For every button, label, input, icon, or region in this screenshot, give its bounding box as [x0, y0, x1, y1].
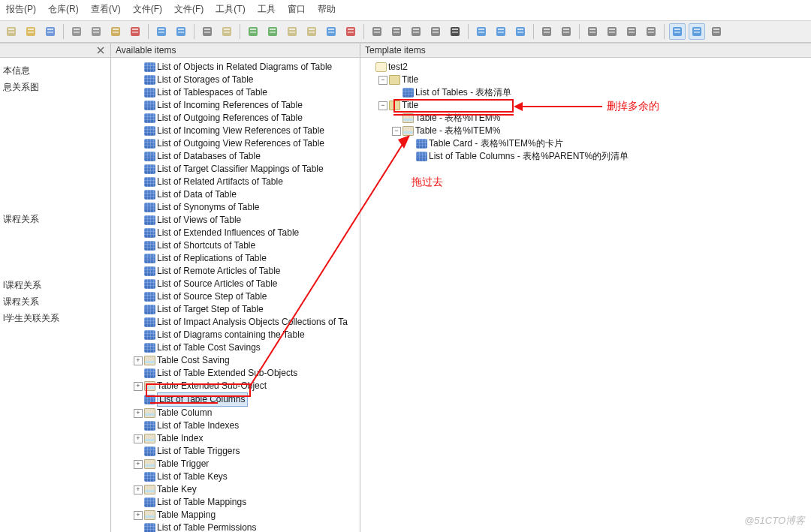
sidebar-item[interactable]: l课程关系	[3, 277, 109, 293]
tree-item[interactable]: List of Source Articles of Table	[134, 278, 358, 290]
menu-item[interactable]: 报告(P)	[5, 2, 38, 17]
panel-list-button[interactable]	[708, 23, 725, 40]
refresh-button[interactable]	[264, 23, 281, 40]
wrap-2-button[interactable]	[604, 23, 620, 40]
tree-collapse-button[interactable]	[558, 23, 574, 40]
arrow-right-button[interactable]	[493, 23, 509, 40]
tree-item[interactable]: List of Table Mappings	[134, 496, 358, 509]
wrap-4-button[interactable]	[643, 23, 659, 40]
expand-icon[interactable]: +	[134, 511, 143, 520]
layout-button[interactable]	[408, 23, 424, 40]
wrap-3-button[interactable]	[623, 23, 640, 40]
collapse-icon[interactable]: −	[392, 127, 401, 136]
tree-item[interactable]: List of Table Columns - 表格%PARENT%的列清单	[365, 150, 809, 163]
export-button[interactable]	[323, 23, 339, 40]
arrow-left-button[interactable]	[473, 23, 490, 40]
menu-item[interactable]: 工具	[256, 2, 277, 17]
tree-item[interactable]: List of Table Columns	[134, 392, 358, 407]
tree-item[interactable]: List of Views of Table	[134, 214, 358, 227]
refresh-blue-button[interactable]	[512, 23, 529, 40]
tree-item[interactable]: List of Outgoing View References of Tabl…	[134, 137, 358, 150]
print-button[interactable]	[388, 23, 405, 40]
tree-item[interactable]: List of Storages of Table	[134, 74, 358, 86]
menu-item[interactable]: 文件(F)	[131, 2, 164, 17]
tree-item[interactable]: List of Diagrams containing the Table	[134, 329, 358, 341]
collapse-icon[interactable]: −	[378, 76, 387, 85]
tree-item[interactable]: List of Incoming View References of Tabl…	[134, 125, 358, 137]
export-pdf-button[interactable]	[342, 23, 359, 40]
tree-item[interactable]: List of Table Extended Sub-Objects	[134, 367, 358, 380]
expand-icon[interactable]: +	[134, 356, 143, 365]
cut-button[interactable]	[68, 23, 85, 40]
collapse-icon[interactable]: −	[378, 101, 387, 110]
tree-item[interactable]: List of Remote Articles of Table	[134, 265, 358, 278]
tree-item[interactable]: List of Tables - 表格清单	[365, 86, 809, 99]
tree-item[interactable]: List of Databases of Table	[134, 150, 358, 163]
file-open-button[interactable]	[303, 23, 320, 40]
sidebar-item[interactable]: 课程关系	[3, 293, 109, 310]
sidebar-item[interactable]: l学生关联关系	[3, 310, 109, 326]
tree-item[interactable]: List of Table Keys	[134, 470, 358, 483]
tree-item[interactable]: +Table Trigger	[134, 458, 358, 470]
tree-item[interactable]: List of Replications of Table	[134, 252, 358, 265]
open-button[interactable]	[23, 23, 39, 40]
panel-b-button[interactable]	[689, 23, 705, 40]
tree-item[interactable]: List of Outgoing References of Table	[134, 112, 358, 125]
delete-button[interactable]	[127, 23, 143, 40]
new-button[interactable]	[3, 23, 20, 40]
panel-a-button[interactable]	[669, 23, 686, 40]
book-button[interactable]	[219, 23, 235, 40]
zoom-fit-button[interactable]	[199, 23, 216, 40]
tree-item[interactable]: List of Source Step of Table	[134, 290, 358, 303]
template-items-body[interactable]: test2−TitleList of Tables - 表格清单−TitleTa…	[360, 58, 811, 532]
redo-button[interactable]	[173, 23, 189, 40]
tree-item[interactable]: List of Synonyms of Table	[134, 201, 358, 214]
folder-tree-button[interactable]	[245, 23, 261, 40]
expand-icon[interactable]: +	[134, 485, 143, 494]
expand-icon[interactable]: +	[134, 434, 143, 443]
tree-item[interactable]: List of Table Triggers	[134, 445, 358, 458]
tree-item[interactable]: +Table Key	[134, 483, 358, 496]
expand-icon[interactable]: +	[134, 409, 143, 418]
available-items-body[interactable]: List of Objects in Related Diagrams of T…	[111, 58, 360, 532]
undo-button[interactable]	[153, 23, 170, 40]
paste-button[interactable]	[107, 23, 124, 40]
expand-icon[interactable]: +	[134, 382, 143, 391]
menu-item[interactable]: 查看(V)	[89, 2, 122, 17]
tree-item[interactable]: List of Related Artifacts of Table	[134, 176, 358, 188]
sidebar-item[interactable]: 息关系图	[3, 79, 109, 95]
menu-item[interactable]: 工具(T)	[214, 2, 246, 17]
copy-button[interactable]	[88, 23, 104, 40]
tree-item[interactable]: List of Incoming References of Table	[134, 99, 358, 112]
tree-item[interactable]: List of Shortcuts of Table	[134, 239, 358, 252]
tree-item[interactable]: List of Objects in Related Diagrams of T…	[134, 61, 358, 74]
tree-item[interactable]: List of Table Indexes	[134, 419, 358, 432]
find-button[interactable]	[369, 23, 385, 40]
menu-item[interactable]: 文件(F)	[173, 2, 205, 17]
tree-item[interactable]: List of Target Classifier Mappings of Ta…	[134, 163, 358, 176]
tree-item[interactable]: test2	[365, 61, 809, 74]
file-new-button[interactable]	[284, 23, 300, 40]
tree-item[interactable]: −Title	[365, 99, 809, 112]
tree-item[interactable]: List of Extended Influences of Table	[134, 227, 358, 239]
tree-item[interactable]: List of Table Permissions	[134, 521, 358, 532]
tree-item[interactable]: List of Impact Analysis Objects Collecti…	[134, 316, 358, 329]
tree-item[interactable]: −Title	[365, 74, 809, 86]
tree-item[interactable]: List of Target Step of Table	[134, 303, 358, 316]
menu-item[interactable]: 窗口	[286, 2, 307, 17]
tree-expand-button[interactable]	[538, 23, 555, 40]
text-button[interactable]	[447, 23, 463, 40]
tree-item[interactable]: +Table Cost Saving	[134, 354, 358, 367]
wrap-button[interactable]	[584, 23, 601, 40]
menu-item[interactable]: 帮助	[316, 2, 337, 17]
tree-item[interactable]: List of Tablespaces of Table	[134, 86, 358, 99]
tree-item[interactable]: List of Data of Table	[134, 188, 358, 201]
sidebar-item[interactable]: 本信息	[3, 62, 109, 79]
close-icon[interactable]	[95, 45, 106, 56]
tree-item[interactable]: −Table - 表格%ITEM%	[365, 125, 809, 137]
sidebar-item[interactable]: 课程关系	[3, 211, 109, 227]
menu-item[interactable]: 仓库(R)	[47, 2, 80, 17]
tree-item[interactable]: +Table Mapping	[134, 509, 358, 521]
expand-icon[interactable]: +	[134, 460, 143, 469]
grid-button[interactable]	[427, 23, 444, 40]
